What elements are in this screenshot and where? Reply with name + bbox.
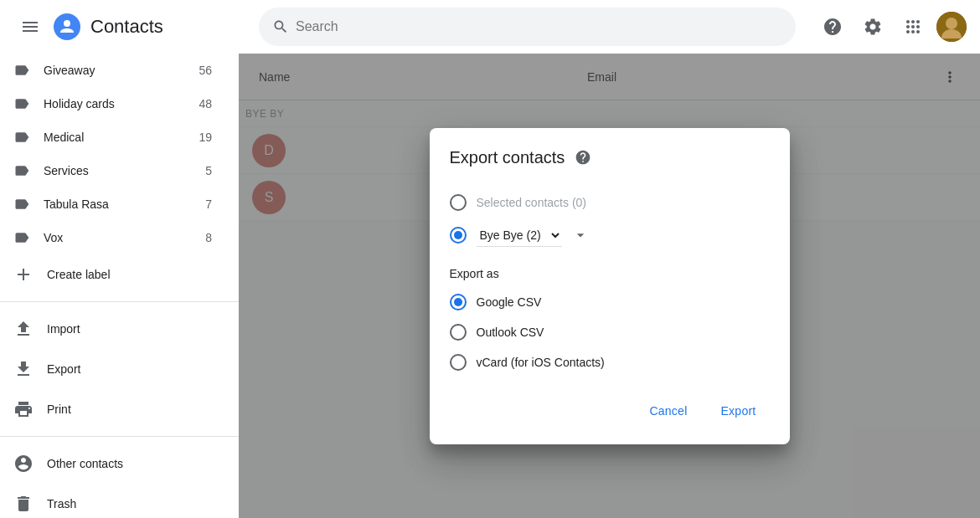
google-csv-radio[interactable] bbox=[450, 294, 467, 310]
sidebar-item-count: 8 bbox=[205, 231, 212, 244]
outlook-csv-option[interactable]: Outlook CSV bbox=[450, 317, 770, 347]
dialog-title-row: Export contacts bbox=[450, 148, 770, 167]
apps-button[interactable] bbox=[896, 10, 930, 44]
byebye-radio[interactable] bbox=[450, 227, 467, 244]
trash-icon bbox=[13, 494, 34, 514]
sidebar: Giveaway 56 Holiday cards 48 Medical 19 … bbox=[0, 54, 239, 518]
export-scope-group: Selected contacts (0) Bye Bye (2) bbox=[450, 187, 770, 254]
search-input[interactable] bbox=[296, 19, 782, 34]
print-button[interactable]: Print bbox=[0, 389, 239, 429]
sidebar-item-label: Services bbox=[44, 164, 192, 177]
vcard-radio[interactable] bbox=[450, 354, 467, 371]
sidebar-item-vox[interactable]: Vox 8 bbox=[0, 221, 225, 254]
label-icon bbox=[13, 95, 30, 112]
byebye-dropdown[interactable]: Bye Bye (2) bbox=[477, 224, 562, 247]
byebye-label: Bye Bye (2) bbox=[477, 224, 562, 247]
export-icon bbox=[13, 359, 34, 379]
import-label: Import bbox=[47, 322, 80, 336]
import-icon bbox=[13, 319, 34, 339]
topbar: Contacts bbox=[0, 0, 980, 54]
help-button[interactable] bbox=[816, 10, 849, 44]
svg-point-2 bbox=[946, 18, 957, 29]
export-format-group: Google CSV Outlook CSV vCard (for iOS Co… bbox=[450, 287, 770, 377]
sidebar-item-holiday-cards[interactable]: Holiday cards 48 bbox=[0, 87, 225, 121]
divider bbox=[0, 301, 239, 302]
cancel-button[interactable]: Cancel bbox=[636, 397, 700, 424]
add-icon bbox=[13, 264, 34, 285]
hamburger-menu-button[interactable] bbox=[13, 10, 47, 44]
dialog-actions: Cancel Export bbox=[450, 397, 770, 424]
sidebar-item-label: Medical bbox=[44, 131, 185, 144]
brand-logo bbox=[54, 13, 80, 40]
label-icon bbox=[13, 129, 30, 146]
topbar-left: Contacts bbox=[13, 10, 252, 44]
sidebar-item-label: Tabula Rasa bbox=[44, 197, 192, 211]
dialog-title: Export contacts bbox=[450, 148, 565, 167]
sidebar-item-medical[interactable]: Medical 19 bbox=[0, 121, 225, 154]
create-label-text: Create label bbox=[47, 268, 111, 281]
sidebar-item-label: Giveaway bbox=[44, 64, 185, 77]
outlook-csv-label: Outlook CSV bbox=[477, 326, 544, 339]
selected-contacts-radio[interactable] bbox=[450, 194, 467, 211]
label-icon bbox=[13, 229, 30, 246]
label-icon bbox=[13, 62, 30, 79]
label-icon bbox=[13, 196, 30, 213]
search-icon bbox=[272, 18, 289, 35]
create-label-button[interactable]: Create label bbox=[0, 254, 239, 295]
sidebar-item-label: Vox bbox=[44, 231, 192, 244]
sidebar-item-count: 56 bbox=[199, 64, 212, 77]
svg-point-0 bbox=[64, 20, 70, 27]
trash-label: Trash bbox=[47, 497, 76, 510]
content-area: Name Email BYE BY D S Export contacts bbox=[239, 54, 980, 518]
sidebar-item-tabula-rasa[interactable]: Tabula Rasa 7 bbox=[0, 187, 225, 221]
modal-overlay: Export contacts Selected contacts (0) bbox=[239, 54, 980, 518]
label-icon bbox=[13, 162, 30, 179]
byebye-option[interactable]: Bye Bye (2) bbox=[450, 218, 770, 254]
other-contacts-label: Other contacts bbox=[47, 457, 123, 470]
search-bar[interactable] bbox=[259, 8, 796, 46]
selected-contacts-option[interactable]: Selected contacts (0) bbox=[450, 187, 770, 218]
sidebar-item-services[interactable]: Services 5 bbox=[0, 154, 225, 187]
settings-button[interactable] bbox=[856, 10, 890, 44]
export-contacts-dialog: Export contacts Selected contacts (0) bbox=[430, 128, 790, 444]
outlook-csv-radio[interactable] bbox=[450, 324, 467, 341]
vcard-label: vCard (for iOS Contacts) bbox=[477, 356, 605, 369]
sidebar-item-count: 19 bbox=[199, 131, 212, 144]
divider bbox=[0, 436, 239, 437]
selected-contacts-label: Selected contacts (0) bbox=[477, 196, 587, 209]
other-contacts-icon bbox=[13, 454, 34, 474]
export-button[interactable]: Export bbox=[708, 397, 770, 424]
sidebar-item-count: 48 bbox=[199, 97, 212, 110]
google-csv-option[interactable]: Google CSV bbox=[450, 287, 770, 317]
sidebar-item-label: Holiday cards bbox=[44, 97, 185, 110]
main-layout: Giveaway 56 Holiday cards 48 Medical 19 … bbox=[0, 54, 980, 518]
export-label: Export bbox=[47, 362, 80, 376]
dialog-help-button[interactable] bbox=[575, 149, 591, 166]
sidebar-item-count: 7 bbox=[205, 197, 212, 211]
print-label: Print bbox=[47, 403, 71, 416]
sidebar-item-count: 5 bbox=[205, 164, 212, 177]
export-as-label: Export as bbox=[450, 267, 770, 280]
import-button[interactable]: Import bbox=[0, 309, 239, 349]
other-contacts-button[interactable]: Other contacts bbox=[0, 444, 239, 484]
dropdown-chevron-icon bbox=[572, 227, 589, 244]
export-button[interactable]: Export bbox=[0, 349, 239, 389]
google-csv-label: Google CSV bbox=[477, 295, 542, 309]
print-icon bbox=[13, 399, 34, 419]
sidebar-item-giveaway[interactable]: Giveaway 56 bbox=[0, 54, 225, 87]
app-title: Contacts bbox=[90, 16, 163, 38]
topbar-right bbox=[816, 10, 967, 44]
vcard-option[interactable]: vCard (for iOS Contacts) bbox=[450, 347, 770, 377]
trash-button[interactable]: Trash bbox=[0, 484, 239, 518]
avatar[interactable] bbox=[936, 12, 967, 42]
